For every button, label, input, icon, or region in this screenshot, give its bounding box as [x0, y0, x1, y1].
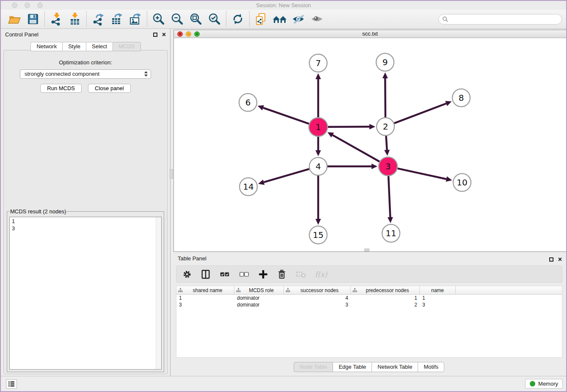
graph-node-label-14: 14	[243, 182, 253, 192]
mcds-result-area[interactable]: 1 3	[9, 217, 162, 370]
graph-node-label-7: 7	[316, 58, 321, 68]
optimization-criterion-select[interactable]: strongly connected component	[20, 69, 151, 79]
window-zoom-button[interactable]	[37, 3, 43, 8]
delete-column-trash-icon[interactable]	[277, 269, 287, 279]
import-table-button[interactable]	[66, 11, 84, 27]
control-panel-tabs: Network Style Select MCDS	[1, 42, 170, 51]
tab-edge-table[interactable]: Edge Table	[333, 362, 372, 372]
table-panel-tabs: Node Table Edge Table Network Table Moti…	[172, 362, 566, 372]
cell-shared-name: 1	[176, 295, 234, 301]
unselect-all-icon[interactable]	[239, 269, 250, 279]
column-header-predecessor-nodes[interactable]: predecessor nodes	[351, 286, 420, 294]
tab-network[interactable]: Network	[30, 42, 63, 51]
cell-name: 3	[420, 302, 456, 308]
tab-node-table[interactable]: Node Table	[294, 362, 333, 372]
window-close-button[interactable]	[12, 3, 17, 8]
network-close-button[interactable]: ×	[177, 31, 183, 37]
hide-details-button[interactable]	[289, 11, 308, 27]
vertical-splitter-grip[interactable]	[170, 169, 173, 179]
window-minimize-button[interactable]	[25, 3, 30, 8]
column-label: name	[421, 287, 454, 293]
column-header-shared-name[interactable]: shared name	[176, 286, 234, 294]
tab-network-table[interactable]: Network Table	[372, 362, 418, 372]
graph-node-label-8: 8	[459, 93, 464, 103]
settings-gear-icon[interactable]	[182, 269, 192, 279]
duplicate-network-button[interactable]	[252, 11, 270, 27]
network-minimize-button[interactable]: –	[186, 31, 191, 37]
table-row[interactable]: 3 dominator 3 2 3	[176, 301, 562, 308]
zoom-fit-button[interactable]	[187, 11, 205, 27]
memory-button[interactable]: Memory	[525, 379, 563, 389]
save-session-button[interactable]	[24, 11, 42, 27]
graph-edge-arrowhead	[445, 101, 451, 106]
column-header-name[interactable]: name	[420, 286, 456, 294]
float-table-panel-icon[interactable]	[549, 257, 553, 262]
tree-icon	[352, 288, 357, 293]
float-panel-icon[interactable]	[153, 33, 157, 37]
zoom-fit-icon	[189, 12, 203, 26]
zoom-out-button[interactable]	[168, 11, 187, 27]
main-toolbar	[1, 10, 566, 29]
tab-motifs[interactable]: Motifs	[418, 362, 444, 372]
network-maximize-button[interactable]: +	[194, 31, 200, 37]
graph-edge-4-14[interactable]	[264, 169, 309, 182]
tab-mcds[interactable]: MCDS	[113, 42, 140, 51]
graph-node-label-6: 6	[245, 97, 251, 108]
table-panel-title: Table Panel	[178, 255, 206, 262]
search-box[interactable]	[438, 14, 562, 25]
graph-edge-2-9[interactable]	[385, 78, 385, 117]
run-mcds-button[interactable]: Run MCDS	[40, 84, 82, 93]
node-table[interactable]: shared name MCDS role successor nodes pr…	[176, 286, 562, 358]
graph-node-label-10: 10	[457, 177, 467, 188]
graph-edge-2-3[interactable]	[386, 136, 387, 150]
result-scrollbar[interactable]	[156, 217, 161, 369]
search-input[interactable]	[449, 16, 558, 22]
export-table-button[interactable]	[107, 11, 126, 27]
column-header-mcds-role[interactable]: MCDS role	[234, 286, 284, 294]
column-label: predecessor nodes	[357, 287, 418, 293]
export-network-button[interactable]	[89, 11, 107, 27]
zoom-in-button[interactable]	[149, 11, 168, 27]
import-network-button[interactable]	[47, 11, 66, 27]
open-session-button[interactable]	[5, 11, 24, 27]
close-table-panel-icon[interactable]: ×	[558, 257, 562, 262]
columns-icon[interactable]	[201, 269, 211, 279]
close-panel-button[interactable]: Close panel	[88, 84, 131, 93]
graph-node-label-11: 11	[385, 228, 396, 238]
table-panel: Table Panel ×	[172, 254, 566, 376]
tab-style[interactable]: Style	[62, 42, 86, 51]
zoom-selected-button[interactable]	[205, 11, 224, 27]
task-history-button[interactable]	[6, 379, 17, 389]
table-row[interactable]: 1 dominator 4 1 1	[176, 295, 562, 301]
graph-edge-3-10[interactable]	[397, 168, 446, 179]
close-panel-icon[interactable]: ×	[162, 32, 166, 37]
cell-predecessor-nodes: 1	[351, 295, 420, 301]
graph-edge-2-8[interactable]	[394, 103, 446, 123]
column-header-successor-nodes[interactable]: successor nodes	[284, 286, 351, 294]
memory-label: Memory	[538, 381, 558, 387]
home-button[interactable]	[270, 11, 289, 27]
apply-function-icon[interactable]: f(x)	[315, 270, 327, 279]
export-image-button[interactable]	[126, 11, 145, 27]
home-houses-icon	[272, 12, 287, 26]
graph-edge-3-11[interactable]	[388, 176, 390, 217]
graph-edge-arrowhead	[384, 150, 390, 156]
network-graph[interactable]: 7968124314101511	[174, 38, 566, 251]
graph-edge-1-2[interactable]	[328, 127, 369, 127]
graph-edge-1-6[interactable]	[263, 108, 309, 124]
horizontal-splitter-grip[interactable]	[364, 248, 369, 251]
show-details-button[interactable]	[308, 11, 326, 27]
graph-edge-3-1[interactable]	[333, 135, 380, 162]
table-panel-header: Table Panel ×	[172, 254, 566, 264]
clear-table-icon[interactable]	[295, 270, 306, 279]
refresh-layout-button[interactable]	[228, 11, 247, 27]
network-canvas[interactable]: 7968124314101511	[174, 38, 566, 251]
add-column-icon[interactable]	[258, 269, 268, 279]
tab-select[interactable]: Select	[86, 42, 113, 51]
network-window-titlebar[interactable]: × – + scc.txt	[174, 30, 566, 38]
window-controls[interactable]	[12, 3, 43, 8]
cell-shared-name: 3	[176, 302, 234, 308]
select-all-icon[interactable]	[219, 269, 230, 279]
column-label: successor nodes	[290, 287, 349, 293]
network-window-controls[interactable]: × – +	[177, 31, 200, 37]
